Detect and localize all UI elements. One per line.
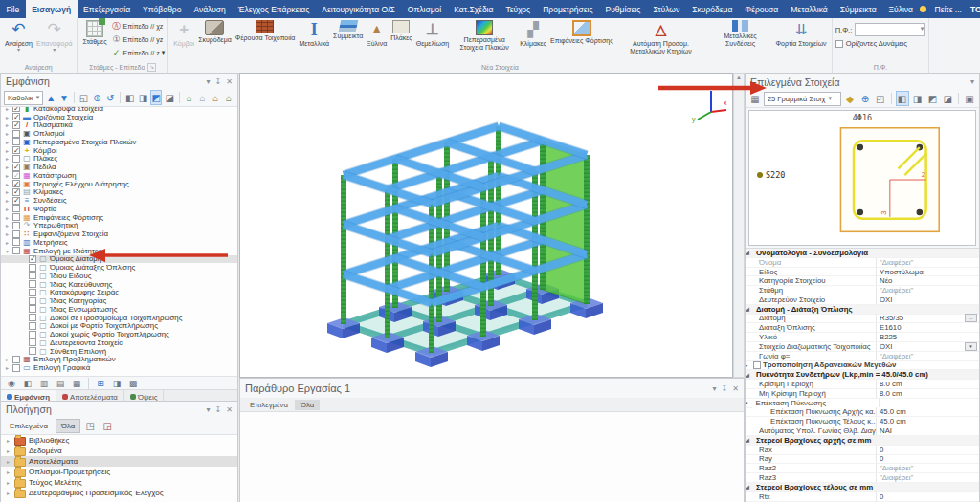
display-tree[interactable]: ▸Κατακόρυφα Στοιχεία▸Οριζόντια Στοιχεία▸… [1,107,237,377]
model-dark-icon[interactable]: ⌂ [223,90,234,105]
visibility-checkbox[interactable] [12,197,20,205]
menu-tab-Μεταλλικά[interactable]: Μεταλλικά [785,0,834,18]
pick-table-icon[interactable]: ▦ [748,91,762,106]
ribbon-button-loads[interactable]: Φορτία Στοιχείων [774,19,829,48]
expander-icon[interactable]: ▸ [5,469,11,475]
property-row[interactable]: Όνομα"Διαφέρει" [746,258,979,268]
tell-me-label[interactable]: Πείτε ... [935,5,962,14]
view-menu-icon[interactable]: ◪ [941,91,954,106]
select-rect-icon[interactable]: ◱ [78,90,90,105]
expander-icon[interactable]: ▸ [4,130,11,137]
property-row[interactable]: ΔιατομήR35/35... [746,315,979,324]
property-value[interactable]: Υποστύλωμα [876,268,979,276]
chevron-down-icon[interactable]: ▾ [17,48,20,53]
tree-item[interactable]: ▸Επιλογή Προβληματικών [1,356,237,364]
zoom-previous-icon[interactable]: ↺ [104,90,116,105]
nav-item[interactable]: ▸Οπλισμοί-Προμετρήσεις [1,467,237,477]
view-top-icon[interactable]: ◨ [911,91,924,106]
copy-icon[interactable]: ▣ [963,91,976,106]
visibility-checkbox[interactable] [12,146,20,154]
expander-icon[interactable]: ▸ [5,479,11,486]
collapse-icon[interactable]: ◢ [746,306,753,312]
property-value[interactable]: "Διαφέρει" [876,286,979,295]
visibility-checkbox[interactable] [29,338,36,346]
property-checkbox[interactable] [753,361,761,369]
collapse-icon[interactable]: ◢ [746,484,753,490]
property-row[interactable]: Δευτερεύον ΣτοιχείοΟΧΙ [746,295,979,305]
expander-icon[interactable]: ▸ [4,181,11,187]
expander-icon[interactable]: ▸ [4,364,11,371]
property-value[interactable]: ΟΧΙ [876,295,979,304]
menu-tab-Υπόβαθρο[interactable]: Υπόβαθρο [137,0,188,18]
property-row[interactable]: Επέκταση Πύκνωσης Αρχής κα...45.0 cm [746,408,979,418]
visibility-checkbox[interactable] [29,314,36,321]
visibility-checkbox[interactable] [29,289,36,296]
visibility-checkbox[interactable] [12,247,20,254]
zoom-extents-icon[interactable]: ⊕ [858,91,872,106]
property-row[interactable]: Κρίσιμη Περιοχή8.0 cm [746,380,979,389]
visibility-checkbox[interactable] [29,272,36,279]
view-menu-icon[interactable]: ◪ [164,90,175,105]
view-left-icon[interactable]: ◧ [124,90,136,105]
tree-item[interactable]: Σύνθετη Επιλογή [1,347,237,356]
panel-menu-icon[interactable]: ▾ [713,384,717,393]
tree-item[interactable]: ▸Πλάκες [1,155,237,164]
visibility-checkbox[interactable] [29,305,36,313]
ribbon-button-undo[interactable]: Αναίρεση▾ [3,19,34,53]
ribbon-button-masonry[interactable]: Φέρουσα Τοιχοποιία [234,19,298,42]
expander-icon[interactable]: ▸ [4,121,11,128]
property-row[interactable]: Κατηγορία ΣτοιχείουΝέο [746,276,979,286]
panel-menu-icon[interactable]: ▾ [970,77,974,86]
view-3d-icon[interactable]: ◩ [150,90,162,105]
property-value[interactable]: "Διαφέρει" [876,352,979,360]
ribbon-button-fem[interactable]: Πεπερασμένα Στοιχεία Πλακών [451,19,518,52]
visibility-checkbox[interactable] [12,188,20,196]
fit-icon[interactable]: ⊞ [94,377,107,390]
work-tab-Επιλεγμένα[interactable]: Επιλεγμένα [244,400,294,410]
menu-tab-Τεύχος[interactable]: Τεύχος [500,0,537,18]
property-row[interactable]: Rax0 [746,446,979,455]
property-value[interactable]: Ε1610 [876,323,979,332]
property-grid[interactable]: ◢Ονοματολογία - ΣυνδεσμολογίαΌνομα"Διαφέ… [746,248,979,502]
key-icon[interactable]: ◆ [843,91,857,106]
horizontal-forces-checkbox[interactable] [835,40,843,48]
tree-item[interactable]: Όμοιας Διατομής [1,255,237,264]
filter-icon[interactable]: ▥ [37,377,51,390]
property-value[interactable]: 45.0 cm [876,407,979,416]
nav-filter-Όλα[interactable]: Όλα [56,419,80,433]
ribbon-small-plane-c[interactable]: ✓Επίπεδο // z ▾ [112,46,166,59]
window-new-icon[interactable]: ◳ [82,418,98,433]
ribbon-button-foundation[interactable]: Θεμελίωση [414,19,451,48]
tree-item[interactable]: Ίδιου Είδους [1,272,237,280]
property-value[interactable]: 0 [876,492,979,501]
ribbon-small-plane-a[interactable]: ⒶΕπίπεδο // χz [112,19,166,33]
property-section-row[interactable]: ◢Στερεοί Βραχίονες τέλους σε mm [746,483,979,492]
view-top-icon[interactable]: ◨ [138,90,149,105]
viewport-scrollbar[interactable]: ▲ [733,73,745,378]
ribbon-button-timber[interactable]: Ξύλινα [365,19,389,48]
expander-icon[interactable]: ▸ [4,222,11,229]
collapse-icon[interactable]: ◢ [746,250,753,255]
nav-item[interactable]: ▸Δευτεροβάθμιος Προσεισμικός Έλεγχος [1,488,237,498]
close-icon[interactable]: ✕ [226,77,233,86]
close-icon[interactable]: ✕ [732,384,739,393]
tree-item[interactable]: ▸Υπερωθητική [1,222,237,230]
menu-tab-Κατ.Σχέδια[interactable]: Κατ.Σχέδια [448,0,500,18]
menu-tab-File[interactable]: File [0,0,26,18]
pin-icon[interactable]: ↧ [722,384,728,393]
property-section-row[interactable]: ◢Στερεοί Βραχίονες αρχής σε mm [746,436,979,446]
menu-tab-Ξύλινα[interactable]: Ξύλινα [882,0,919,18]
property-value[interactable]: "Διαφέρει" [876,258,979,267]
model-brown-icon[interactable]: ⌂ [210,90,221,105]
property-row[interactable]: Αυτόματος Υπολ. Γωνίας Θλβ. Διαγ.ΝΑΙ [746,426,979,436]
visibility-checkbox[interactable] [12,213,20,221]
ribbon-button-concrete[interactable]: Σκυρόδεμα [196,19,234,44]
menu-tab-Έλεγχος Επάρκειας[interactable]: Έλεγχος Επάρκειας [232,0,315,18]
tree-item[interactable]: Δευτερεύοντα Στοιχεία [1,338,237,347]
tree-item[interactable]: ▸Οπλισμοί [1,129,237,138]
visibility-checkbox[interactable] [12,121,20,129]
nav-item[interactable]: ▸Τεύχος Μελέτης [1,477,237,488]
property-value[interactable]: "Διαφέρει" [876,464,979,472]
expander-icon[interactable]: ▸ [5,490,11,496]
expander-icon[interactable]: ▸ [4,239,11,246]
